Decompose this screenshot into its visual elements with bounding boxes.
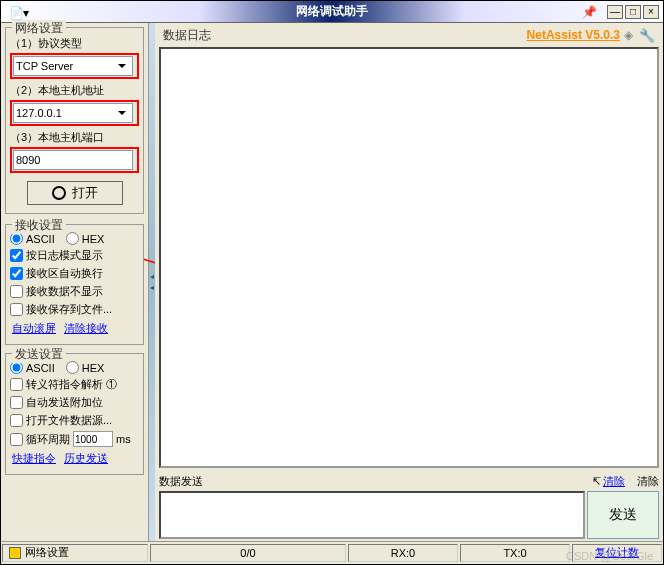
dropdown-icon[interactable]: ▾: [23, 6, 33, 18]
app-icon: 📄: [9, 6, 19, 18]
minimize-button[interactable]: —: [607, 5, 623, 19]
auto-append-check[interactable]: [10, 396, 23, 409]
port-input[interactable]: [13, 150, 133, 170]
send-button[interactable]: 发送: [587, 491, 659, 539]
status-rx: RX:0: [348, 544, 458, 562]
group-title: 接收设置: [12, 217, 66, 234]
open-button[interactable]: 打开: [27, 181, 123, 205]
main-panel: 数据日志 NetAssist V5.0.3 ◈ 🔧 数据发送 ↸ 清除 清除 发…: [155, 23, 663, 541]
send-title: 数据发送: [159, 474, 203, 489]
highlight-box: 127.0.0.1: [10, 100, 139, 126]
brand-link[interactable]: NetAssist V5.0.3: [527, 28, 620, 42]
titlebar: 📄 ▾ 网络调试助手 📌 — □ ×: [1, 1, 663, 23]
hide-recv-check[interactable]: [10, 285, 23, 298]
log-title: 数据日志: [163, 27, 527, 44]
logmode-check[interactable]: [10, 249, 23, 262]
shortcut-link[interactable]: 快捷指令: [12, 451, 56, 466]
highlight-box: TCP Server: [10, 53, 139, 79]
save-file-check[interactable]: [10, 303, 23, 316]
loop-check[interactable]: [10, 433, 23, 446]
hex-radio[interactable]: [66, 232, 79, 245]
clear-recv-link[interactable]: 清除接收: [64, 321, 108, 336]
log-textarea[interactable]: [159, 47, 659, 468]
autoscroll-link[interactable]: 自动滚屏: [12, 321, 56, 336]
clear-icon: ↸: [592, 475, 601, 488]
group-title: 发送设置: [12, 346, 66, 363]
tool-icon[interactable]: 🔧: [639, 28, 655, 43]
protocol-label: （1）协议类型: [10, 36, 139, 51]
pin-icon[interactable]: 📌: [582, 5, 597, 19]
highlight-box: [10, 147, 139, 173]
send-settings-group: 发送设置 ASCII HEX 转义符指令解析 ① 自动发送附加位 打开文件数据源…: [5, 353, 144, 475]
port-label: （3）本地主机端口: [10, 130, 139, 145]
history-link[interactable]: 历史发送: [64, 451, 108, 466]
send-hex-radio[interactable]: [66, 361, 79, 374]
network-settings-group: 网络设置 （1）协议类型 TCP Server （2）本地主机地址 127.0.…: [5, 27, 144, 214]
host-label: （2）本地主机地址: [10, 83, 139, 98]
file-source-check[interactable]: [10, 414, 23, 427]
status-icon: [9, 547, 21, 559]
close-button[interactable]: ×: [643, 5, 659, 19]
maximize-button[interactable]: □: [625, 5, 641, 19]
watermark: CSDN @GeorGle: [566, 550, 653, 562]
statusbar: 网络设置 0/0 RX:0 TX:0 复位计数: [1, 541, 663, 563]
status-stat1: 0/0: [150, 544, 346, 562]
clear-btn-text: 清除: [637, 474, 659, 489]
sidebar: 网络设置 （1）协议类型 TCP Server （2）本地主机地址 127.0.…: [1, 23, 149, 541]
send-textarea[interactable]: [159, 491, 585, 539]
receive-settings-group: 接收设置 ASCII HEX 按日志模式显示 接收区自动换行 接收数据不显示 接…: [5, 224, 144, 345]
host-select[interactable]: 127.0.0.1: [13, 103, 133, 123]
group-title: 网络设置: [12, 20, 66, 37]
loop-period-input[interactable]: [73, 431, 113, 447]
status-tx: TX:0: [460, 544, 570, 562]
diamond-icon: ◈: [624, 28, 633, 42]
protocol-select[interactable]: TCP Server: [13, 56, 133, 76]
window-title: 网络调试助手: [296, 3, 368, 20]
status-label: 网络设置: [25, 545, 69, 560]
clear-send-link[interactable]: 清除: [603, 474, 625, 489]
escape-check[interactable]: [10, 378, 23, 391]
autowrap-check[interactable]: [10, 267, 23, 280]
